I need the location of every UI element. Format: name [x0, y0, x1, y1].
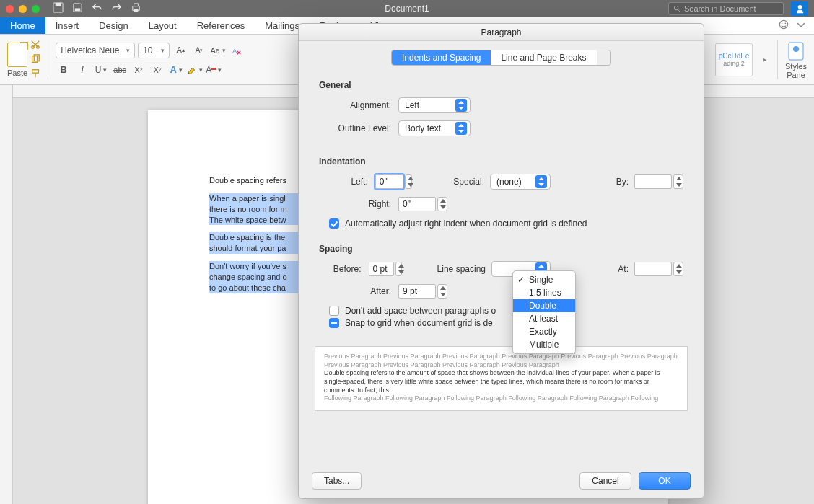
- svg-rect-4: [134, 3, 139, 6]
- option-multiple[interactable]: Multiple: [513, 338, 575, 351]
- search-input[interactable]: Search in Document: [668, 2, 784, 15]
- underline-button[interactable]: U▾: [93, 63, 109, 77]
- paste-group[interactable]: Paste: [7, 43, 27, 77]
- svg-line-7: [678, 9, 680, 12]
- special-select[interactable]: (none): [490, 174, 551, 190]
- svg-point-12: [785, 22, 787, 24]
- at-stepper[interactable]: [673, 262, 683, 276]
- indent-left-stepper[interactable]: [405, 174, 412, 189]
- svg-rect-2: [75, 8, 81, 11]
- preview-prev: Previous Paragraph Previous Paragraph Pr…: [324, 353, 678, 369]
- styles-gallery-expand[interactable]: ▸: [760, 55, 770, 64]
- section-indentation: Indentation: [319, 156, 683, 167]
- auto-indent-checkbox[interactable]: [329, 218, 339, 229]
- text-effects-button[interactable]: A▾: [168, 63, 184, 77]
- font-color-button[interactable]: A▾: [206, 63, 222, 77]
- search-placeholder: Search in Document: [684, 4, 756, 13]
- indent-right-label: Right:: [319, 199, 391, 209]
- svg-point-10: [779, 20, 787, 28]
- grow-font-button[interactable]: A▴: [172, 43, 188, 58]
- svg-rect-17: [32, 69, 39, 72]
- autosave-icon[interactable]: [53, 2, 64, 16]
- share-button[interactable]: +: [791, 1, 808, 16]
- svg-text:+: +: [802, 4, 805, 11]
- ok-button[interactable]: OK: [639, 472, 691, 490]
- spacing-before-input[interactable]: 0 pt: [369, 262, 394, 276]
- titlebar: Document1 Search in Document +: [0, 0, 814, 17]
- by-stepper[interactable]: [673, 174, 683, 189]
- cancel-button[interactable]: Cancel: [579, 472, 631, 490]
- bold-button[interactable]: B: [56, 63, 71, 77]
- clipboard-icon: [7, 43, 27, 67]
- redo-icon[interactable]: [111, 2, 122, 16]
- option-exactly[interactable]: Exactly: [513, 325, 575, 338]
- option-double[interactable]: Double: [513, 299, 575, 312]
- quick-access-toolbar: [53, 2, 141, 16]
- close-window-button[interactable]: [6, 5, 14, 13]
- collapse-ribbon-icon[interactable]: [795, 19, 807, 33]
- font-size-select[interactable]: 10▾: [138, 43, 170, 58]
- tab-line-page-breaks[interactable]: Line and Page Breaks: [491, 50, 596, 65]
- tab-home[interactable]: Home: [0, 17, 45, 34]
- dont-add-space-checkbox[interactable]: [329, 306, 339, 316]
- snap-to-grid-label: Snap to grid when document grid is de: [345, 318, 493, 328]
- strikethrough-button[interactable]: abc: [112, 63, 128, 77]
- italic-button[interactable]: I: [74, 63, 90, 77]
- by-input[interactable]: [634, 174, 672, 189]
- at-input[interactable]: [634, 262, 672, 276]
- option-single[interactable]: Single: [513, 273, 575, 286]
- indent-left-input[interactable]: 0": [375, 174, 403, 189]
- maximize-window-button[interactable]: [32, 5, 40, 13]
- tab-indents-spacing[interactable]: Indents and Spacing: [392, 50, 491, 65]
- outline-level-label: Outline Level:: [319, 123, 391, 133]
- dialog-title: Paragraph: [299, 24, 704, 41]
- outline-level-select[interactable]: Body text: [398, 120, 471, 136]
- spacing-before-stepper[interactable]: [395, 262, 402, 276]
- styles-pane-label2: Pane: [787, 71, 805, 79]
- undo-icon[interactable]: [92, 2, 102, 16]
- tab-insert[interactable]: Insert: [45, 17, 89, 34]
- tab-design[interactable]: Design: [89, 17, 138, 34]
- tabs-button[interactable]: Tabs...: [312, 472, 362, 490]
- shrink-font-button[interactable]: A▾: [191, 43, 207, 58]
- format-painter-icon[interactable]: [30, 68, 40, 80]
- spacing-after-label: After:: [319, 286, 391, 296]
- auto-indent-label: Automatically adjust right indent when d…: [345, 218, 587, 229]
- spacing-after-input[interactable]: 9 pt: [398, 284, 436, 299]
- svg-rect-1: [56, 2, 61, 6]
- indent-right-input[interactable]: 0": [398, 197, 436, 211]
- tab-references[interactable]: References: [187, 17, 255, 34]
- save-icon[interactable]: [72, 2, 83, 16]
- snap-to-grid-checkbox[interactable]: [329, 318, 339, 328]
- styles-pane-label1: Styles: [785, 62, 807, 71]
- spacing-after-stepper[interactable]: [437, 284, 447, 299]
- titlebar-right: +: [791, 1, 808, 16]
- styles-pane-button[interactable]: Styles Pane: [785, 37, 807, 81]
- line-spacing-dropdown: Single 1.5 lines Double At least Exactly…: [512, 270, 576, 354]
- option-1-5-lines[interactable]: 1.5 lines: [513, 286, 575, 299]
- minimize-window-button[interactable]: [19, 5, 27, 13]
- option-at-least[interactable]: At least: [513, 312, 575, 325]
- alignment-select[interactable]: Left: [398, 97, 471, 113]
- copy-icon[interactable]: [30, 54, 40, 66]
- svg-point-6: [674, 6, 678, 10]
- change-case-button[interactable]: Aa▾: [210, 43, 226, 58]
- tab-layout[interactable]: Layout: [139, 17, 187, 34]
- cut-icon[interactable]: [30, 40, 40, 51]
- print-icon[interactable]: [131, 2, 141, 16]
- subscript-button[interactable]: X2: [131, 63, 146, 77]
- indent-right-stepper[interactable]: [437, 197, 447, 211]
- clear-formatting-button[interactable]: A: [229, 43, 245, 58]
- svg-rect-5: [134, 9, 139, 12]
- section-spacing: Spacing: [319, 244, 683, 254]
- spacing-before-label: Before:: [319, 264, 362, 274]
- style-heading2[interactable]: pCcDdEe ading 2: [715, 43, 753, 76]
- feedback-icon[interactable]: [778, 19, 789, 33]
- superscript-button[interactable]: X2: [149, 63, 165, 77]
- vertical-ruler[interactable]: [0, 85, 13, 504]
- font-family-select[interactable]: Helvetica Neue▾: [56, 43, 135, 58]
- indent-left-label: Left:: [319, 177, 368, 187]
- special-label: Special:: [412, 177, 484, 187]
- by-label: By:: [556, 177, 629, 187]
- highlight-button[interactable]: ▾: [187, 63, 203, 77]
